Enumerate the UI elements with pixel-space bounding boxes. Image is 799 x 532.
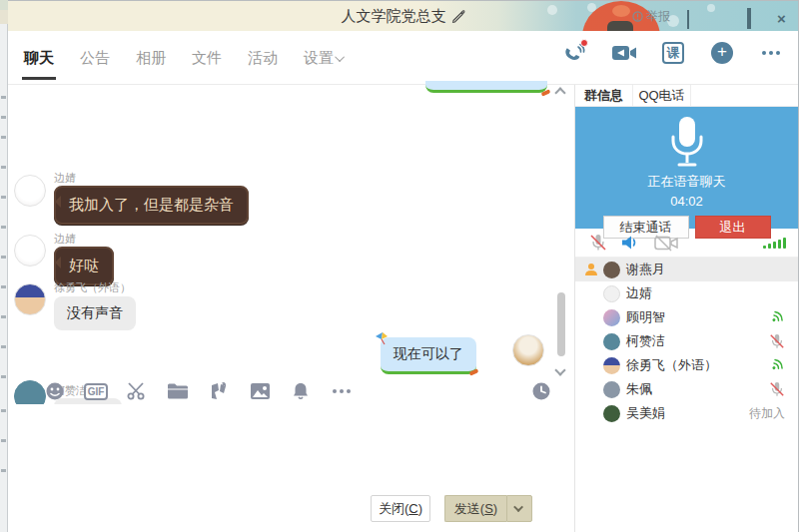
member-row[interactable]: 柯赞洁 bbox=[575, 329, 798, 353]
history-button[interactable] bbox=[530, 380, 552, 402]
image-icon bbox=[250, 382, 271, 400]
gif-icon: GIF bbox=[84, 383, 109, 400]
avatar bbox=[603, 309, 620, 326]
side-panel: 群信息 QQ电话 正在语音聊天 04:02 结束通话 退出 bbox=[574, 85, 798, 532]
member-name: 边婧 bbox=[626, 284, 652, 302]
member-name: 顾明智 bbox=[626, 308, 665, 326]
tab-chat[interactable]: 聊天 bbox=[24, 49, 54, 80]
member-row[interactable]: 谢燕月 bbox=[575, 258, 798, 281]
mic-muted-icon bbox=[769, 333, 785, 349]
tab-settings[interactable]: 设置 bbox=[304, 49, 345, 80]
close-chat-button[interactable]: 关闭(C) bbox=[371, 495, 430, 522]
toolbar-more-button[interactable] bbox=[331, 380, 353, 402]
emoji-button[interactable] bbox=[44, 380, 66, 402]
nav-tabs: 聊天 公告 相册 文件 活动 设置 bbox=[24, 49, 345, 80]
tab-album[interactable]: 相册 bbox=[136, 49, 166, 80]
avatar bbox=[603, 262, 620, 278]
chat-scrollbar[interactable] bbox=[553, 85, 567, 378]
member-row[interactable]: 吴美娟 待加入 bbox=[575, 401, 798, 425]
chevron-down-icon bbox=[513, 502, 523, 512]
avatar[interactable] bbox=[14, 235, 46, 266]
tab-announcements[interactable]: 公告 bbox=[80, 49, 110, 80]
voice-call-panel: 正在语音聊天 04:02 结束通话 退出 bbox=[575, 107, 798, 229]
tab-qq-call[interactable]: QQ电话 bbox=[633, 85, 691, 106]
tab-group-info[interactable]: 群信息 bbox=[575, 85, 633, 106]
titlebar: 人文学院党总支 举报 × bbox=[8, 1, 798, 31]
plus-icon: + bbox=[711, 42, 733, 64]
emoji-icon bbox=[45, 381, 65, 401]
message-bubble[interactable]: 我加入了，但是都是杂音 bbox=[54, 186, 249, 225]
gif-button[interactable]: GIF bbox=[85, 380, 107, 402]
send-options-button[interactable] bbox=[506, 495, 532, 522]
sender-name: 边婧 bbox=[54, 232, 76, 247]
speaking-icon bbox=[769, 309, 785, 325]
chat-window: 人文学院党总支 举报 × 聊天 公告 相册 文件 活动 设置 bbox=[8, 0, 799, 532]
file-icon bbox=[167, 382, 189, 400]
window-controls: 举报 × bbox=[632, 1, 790, 31]
chevron-down-icon bbox=[687, 10, 689, 29]
self-avatar[interactable] bbox=[512, 334, 544, 366]
nav-action-icons: 课 + bbox=[562, 41, 784, 65]
collapse-toolbar-button[interactable] bbox=[687, 10, 700, 23]
message-list[interactable]: 边婧 我加入了，但是都是杂音 边婧 好哒 徐勇飞（外语） 没有声音 现在可以了 … bbox=[8, 85, 574, 378]
bubble-decoration bbox=[541, 89, 551, 96]
maximize-button[interactable] bbox=[747, 10, 760, 23]
report-icon bbox=[632, 11, 643, 22]
member-name: 柯赞洁 bbox=[626, 332, 665, 350]
member-row[interactable]: 朱佩 bbox=[575, 377, 798, 401]
notify-button[interactable] bbox=[290, 380, 312, 402]
avatar[interactable] bbox=[14, 175, 46, 207]
microphone-icon bbox=[665, 115, 709, 171]
message-bubble[interactable]: 没有声音 bbox=[54, 296, 136, 330]
member-name: 谢燕月 bbox=[626, 261, 665, 278]
member-name: 朱佩 bbox=[626, 380, 652, 398]
shake-window-button[interactable] bbox=[208, 380, 230, 402]
shake-window-icon bbox=[209, 381, 229, 401]
video-call-icon bbox=[611, 43, 637, 63]
class-button[interactable]: 课 bbox=[660, 41, 686, 65]
composer-buttons: 关闭(C) 发送(S) bbox=[8, 495, 574, 522]
composer-toolbar: GIF bbox=[8, 378, 574, 404]
scroll-up-icon[interactable] bbox=[554, 87, 565, 98]
more-button[interactable] bbox=[758, 41, 784, 65]
member-row[interactable]: 边婧 bbox=[575, 281, 798, 305]
background-window-sliver bbox=[0, 0, 8, 532]
tab-files[interactable]: 文件 bbox=[192, 49, 222, 80]
camera-off-icon[interactable] bbox=[654, 235, 678, 252]
message-input[interactable]: 关闭(C) 发送(S) bbox=[8, 404, 574, 532]
close-icon: × bbox=[777, 10, 786, 27]
scrollbar-thumb[interactable] bbox=[557, 292, 565, 356]
video-call-button[interactable] bbox=[611, 41, 637, 65]
avatar bbox=[603, 381, 620, 398]
avatar bbox=[603, 285, 620, 302]
avatar[interactable] bbox=[14, 283, 46, 315]
voice-call-button[interactable] bbox=[562, 41, 588, 65]
self-message-bubble[interactable]: 现在可以了 bbox=[381, 337, 476, 374]
mic-muted-icon[interactable] bbox=[589, 234, 607, 252]
sender-name: 边婧 bbox=[54, 171, 76, 186]
signal-icon bbox=[763, 238, 786, 249]
image-button[interactable] bbox=[249, 380, 271, 402]
report-button[interactable]: 举报 bbox=[632, 8, 670, 25]
member-row[interactable]: 顾明智 bbox=[575, 305, 798, 329]
history-icon bbox=[531, 381, 551, 401]
avatar bbox=[603, 405, 620, 422]
call-duration: 04:02 bbox=[575, 194, 798, 209]
scroll-down-icon[interactable] bbox=[554, 364, 565, 375]
avatar bbox=[603, 357, 620, 374]
send-button[interactable]: 发送(S) bbox=[444, 495, 506, 522]
close-button[interactable]: × bbox=[777, 10, 790, 23]
speaking-icon bbox=[769, 357, 785, 373]
member-name: 吴美娟 bbox=[626, 404, 665, 422]
tab-activities[interactable]: 活动 bbox=[248, 49, 278, 80]
screenshot-button[interactable] bbox=[126, 380, 148, 402]
add-button[interactable]: + bbox=[709, 41, 735, 65]
chevron-down-icon bbox=[335, 52, 345, 62]
edit-pencil-icon[interactable] bbox=[451, 9, 465, 23]
panel-tabs: 群信息 QQ电话 bbox=[575, 85, 798, 107]
minimize-button[interactable] bbox=[717, 10, 730, 23]
avatar bbox=[603, 333, 620, 350]
member-row[interactable]: 徐勇飞（外语） bbox=[575, 353, 798, 377]
speaker-icon[interactable] bbox=[621, 234, 640, 252]
file-button[interactable] bbox=[167, 380, 189, 402]
